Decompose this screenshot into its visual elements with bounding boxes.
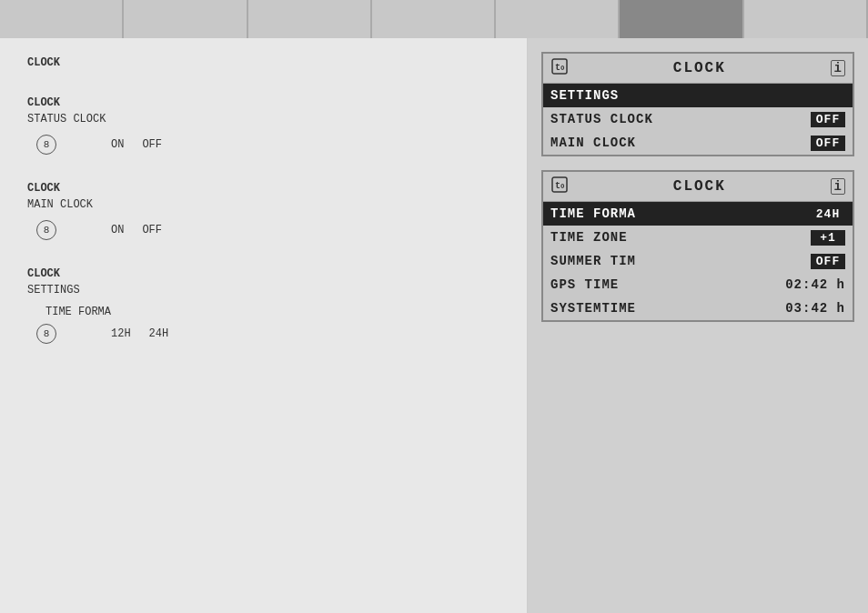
screen1-header: t₀ CLOCK i <box>543 54 853 84</box>
settings-sub-title: SETTINGS <box>27 284 500 296</box>
doc-section-main-clock: CLOCK MAIN CLOCK 8 ON OFF <box>27 182 500 240</box>
screen1-main-clock-value: OFF <box>811 136 845 151</box>
screen1-row-settings: SETTINGS <box>543 84 853 107</box>
right-panel: t₀ CLOCK i SETTINGS STATUS CLOCK OFF M <box>528 38 868 613</box>
top-navigation-bar <box>0 0 868 38</box>
screen1-settings-label: SETTINGS <box>550 88 619 103</box>
settings-section-title: CLOCK <box>27 267 500 280</box>
screen1-status-clock-value: OFF <box>811 112 845 127</box>
screen2-time-zone-label: TIME ZONE <box>550 230 628 245</box>
main-clock-options: ON OFF <box>111 224 162 236</box>
screen2-summer-time-label: SUMMER TIM <box>550 254 636 268</box>
device-screen-2: t₀ CLOCK i TIME FORMA 24H TIME ZONE +1 <box>541 170 854 322</box>
screen1-body: SETTINGS STATUS CLOCK OFF MAIN CLOCK OFF <box>543 84 853 155</box>
device-screen-1: t₀ CLOCK i SETTINGS STATUS CLOCK OFF M <box>541 52 854 156</box>
settings-options: 12H 24H <box>111 327 168 340</box>
settings-option-24h: 24H <box>149 327 169 340</box>
settings-time-format-row: 8 12H 24H <box>27 324 500 344</box>
status-clock-option-off: OFF <box>142 138 162 151</box>
main-clock-circle: 8 <box>36 220 56 240</box>
screen2-summer-time-value: OFF <box>811 254 845 269</box>
doc-section-status-clock: CLOCK STATUS CLOCK 8 ON OFF <box>27 96 500 155</box>
status-clock-section-title: CLOCK <box>27 96 500 109</box>
screen2-row-system-time: SYSTEMTIME 03:42 h <box>543 296 853 320</box>
screen1-right-icon: i <box>831 60 845 76</box>
left-documentation-panel: CLOCK CLOCK STATUS CLOCK 8 ON OFF CLOCK … <box>0 38 528 613</box>
screen2-time-format-label: TIME FORMA <box>550 206 636 221</box>
screen2-time-format-value: 24H <box>811 206 845 222</box>
settings-option-12h: 12H <box>111 327 131 340</box>
tab-7[interactable] <box>744 0 868 38</box>
tab-3[interactable] <box>248 0 372 38</box>
doc-section-settings: CLOCK SETTINGS TIME FORMA 8 12H 24H <box>27 267 500 344</box>
main-clock-option-off: OFF <box>142 224 162 236</box>
main-clock-row: 8 ON OFF <box>27 220 500 240</box>
screen1-left-icon: t₀ <box>550 57 569 79</box>
screen1-title: CLOCK <box>673 60 726 76</box>
main-content: CLOCK CLOCK STATUS CLOCK 8 ON OFF CLOCK … <box>0 38 868 613</box>
status-clock-options: ON OFF <box>111 138 162 151</box>
settings-circle: 8 <box>36 324 56 344</box>
svg-text:t₀: t₀ <box>555 181 565 191</box>
top-clock-label: CLOCK <box>27 56 500 69</box>
screen2-gps-time-label: GPS TIME <box>550 277 619 292</box>
doc-top-label-section: CLOCK <box>27 56 500 69</box>
status-clock-row: 8 ON OFF <box>27 135 500 155</box>
tab-4[interactable] <box>372 0 496 38</box>
screen2-header: t₀ CLOCK i <box>543 172 853 202</box>
screen2-row-gps-time: GPS TIME 02:42 h <box>543 273 853 296</box>
main-clock-section-title: CLOCK <box>27 182 500 195</box>
tab-6-active[interactable] <box>620 0 743 38</box>
screen2-right-icon: i <box>831 178 845 195</box>
screen1-status-clock-label: STATUS CLOCK <box>550 112 653 126</box>
screen2-system-time-label: SYSTEMTIME <box>550 301 636 316</box>
screen2-left-icon: t₀ <box>550 176 569 197</box>
svg-text:t₀: t₀ <box>555 63 565 73</box>
screen1-main-clock-label: MAIN CLOCK <box>550 136 636 150</box>
tab-5[interactable] <box>496 0 620 38</box>
main-clock-option-on: ON <box>111 224 124 236</box>
main-clock-sub-title: MAIN CLOCK <box>27 198 500 211</box>
screen2-row-summer-time: SUMMER TIM OFF <box>543 249 853 273</box>
status-clock-circle: 8 <box>36 135 56 155</box>
status-clock-option-on: ON <box>111 138 124 151</box>
tab-2[interactable] <box>124 0 247 38</box>
screen2-title: CLOCK <box>673 178 726 195</box>
settings-time-format-label: TIME FORMA <box>45 306 500 318</box>
screen2-body: TIME FORMA 24H TIME ZONE +1 SUMMER TIM O… <box>543 202 853 320</box>
screen2-row-time-format: TIME FORMA 24H <box>543 202 853 226</box>
screen2-row-time-zone: TIME ZONE +1 <box>543 226 853 249</box>
screen1-row-main-clock: MAIN CLOCK OFF <box>543 131 853 155</box>
screen1-row-status-clock: STATUS CLOCK OFF <box>543 107 853 131</box>
status-clock-sub-title: STATUS CLOCK <box>27 113 500 126</box>
screen2-time-zone-value: +1 <box>811 230 845 246</box>
tab-1[interactable] <box>0 0 124 38</box>
screen2-system-time-value: 03:42 h <box>785 301 845 316</box>
screen2-gps-time-value: 02:42 h <box>785 277 845 292</box>
